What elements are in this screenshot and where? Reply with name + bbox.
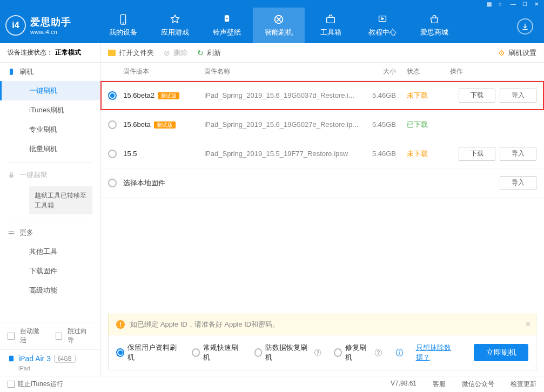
nav-tools[interactable]: 工具箱 xyxy=(305,8,357,43)
status-text: 未下载 xyxy=(407,91,450,100)
nav-label: 我的设备 xyxy=(109,28,137,37)
close-icon[interactable]: × xyxy=(526,320,530,329)
size-text: 5.45GB xyxy=(358,120,407,129)
firmware-row[interactable]: 选择本地固件 导入 xyxy=(100,168,544,198)
notice-bar: ! 如已绑定 Apple ID，请准备好 Apple ID和密码。 × xyxy=(108,314,536,335)
open-label: 打开文件夹 xyxy=(119,48,154,58)
wechat-link[interactable]: 微信公众号 xyxy=(462,380,494,389)
sidebar-group-jailbreak: 一键越狱 xyxy=(0,166,100,184)
col-name: 固件名称 xyxy=(204,67,358,76)
refresh-button[interactable]: ↻ 刷新 xyxy=(197,48,221,58)
flash-mode-option[interactable]: 防数据恢复刷机? xyxy=(254,343,321,362)
logo-icon: i4 xyxy=(5,15,26,36)
sidebar-item[interactable]: 专业刷机 xyxy=(0,120,100,139)
version-text: 15.6beta2 xyxy=(123,91,155,99)
radio-icon[interactable] xyxy=(108,150,117,158)
sidebar-group-flash[interactable]: 刷机 xyxy=(0,63,100,81)
device-icon xyxy=(117,13,129,25)
logo-subtitle: www.i4.cn xyxy=(30,29,71,35)
version-text: 15.5 xyxy=(123,150,137,158)
download-button[interactable]: 下载 xyxy=(459,147,495,161)
device-capacity-badge: 64GB xyxy=(54,355,76,363)
download-icon[interactable] xyxy=(517,18,533,35)
flash-mode-option[interactable]: 常规快速刷机 xyxy=(192,343,241,362)
radio-icon[interactable] xyxy=(108,179,117,187)
connection-status: 设备连接状态： 正常模式 xyxy=(0,43,100,63)
logo-title: 爱思助手 xyxy=(30,16,71,29)
radio-icon[interactable] xyxy=(116,348,124,357)
delete-label: 删除 xyxy=(173,48,187,58)
checkbox-icon[interactable] xyxy=(8,381,15,388)
flash-settings-button[interactable]: ⚙ 刷机设置 xyxy=(498,48,536,58)
window-titlebar: ▦ ≡ — ☐ ✕ xyxy=(0,0,544,8)
checkbox-icon[interactable] xyxy=(8,333,15,340)
nav-label: 智能刷机 xyxy=(265,28,293,37)
block-itunes-checkbox[interactable]: 阻止iTunes运行 xyxy=(8,380,63,389)
firmware-name: iPad_Spring_2019_15.5_19F77_Restore.ipsw xyxy=(204,150,358,158)
toolbar: 打开文件夹 ⊘ 删除 ↻ 刷新 ⚙ 刷机设置 xyxy=(100,43,544,63)
firmware-row[interactable]: 15.5 iPad_Spring_2019_15.5_19F77_Restore… xyxy=(100,139,544,168)
device-info[interactable]: iPad Air 3 64GB iPad xyxy=(0,349,100,376)
svg-rect-9 xyxy=(9,233,15,234)
minimize-icon[interactable]: — xyxy=(511,1,516,6)
flash-mode-option[interactable]: 修复刷机? xyxy=(334,343,381,362)
radio-icon[interactable] xyxy=(334,348,342,357)
nav-label: 应用游戏 xyxy=(161,28,189,37)
sidebar-item[interactable]: 其他工具 xyxy=(0,242,100,261)
help-icon[interactable]: ? xyxy=(375,349,382,356)
import-button[interactable]: 导入 xyxy=(500,89,536,103)
radio-icon[interactable] xyxy=(108,120,117,129)
divider xyxy=(8,220,92,220)
nav-tutorial[interactable]: 教程中心 xyxy=(357,8,408,43)
nav-label: 教程中心 xyxy=(368,28,397,37)
support-link[interactable]: 客服 xyxy=(433,380,446,389)
notice-text: 如已绑定 Apple ID，请准备好 Apple ID和密码。 xyxy=(130,320,279,329)
version-label: V7.98.61 xyxy=(391,380,417,389)
sidebar-group-more[interactable]: 更多 xyxy=(0,224,100,242)
size-text: 5.46GB xyxy=(358,150,407,158)
mode-label: 防数据恢复刷机 xyxy=(265,343,310,362)
import-button[interactable]: 导入 xyxy=(500,147,536,161)
sidebar-item[interactable]: 高级功能 xyxy=(0,281,100,300)
auto-activate-row[interactable]: 自动激活 跳过向导 xyxy=(0,322,100,349)
flash-mode-option[interactable]: 保留用户资料刷机 xyxy=(116,343,179,362)
sidebar-item[interactable]: 下载固件 xyxy=(0,261,100,281)
sidebar-item[interactable]: 一键刷机 xyxy=(0,81,100,100)
mode-label: 修复刷机 xyxy=(345,343,371,362)
main-nav: 我的设备应用游戏铃声壁纸智能刷机工具箱教程中心爱思商城 xyxy=(97,8,460,43)
check-update-link[interactable]: 检查更新 xyxy=(511,380,536,389)
nav-flash[interactable]: 智能刷机 xyxy=(253,8,305,43)
radio-icon[interactable] xyxy=(108,91,117,100)
import-button[interactable]: 导入 xyxy=(500,176,536,190)
version-text: 15.6beta xyxy=(123,120,151,129)
grid-icon[interactable]: ▦ xyxy=(487,1,492,6)
app-header: i4 爱思助手 www.i4.cn 我的设备应用游戏铃声壁纸智能刷机工具箱教程中… xyxy=(0,8,544,43)
nav-apps[interactable]: 应用游戏 xyxy=(149,8,201,43)
svg-rect-4 xyxy=(327,17,335,23)
erase-data-link[interactable]: 只想抹除数据？ xyxy=(416,343,461,362)
radio-icon[interactable] xyxy=(254,348,263,357)
info-icon[interactable]: i xyxy=(396,349,403,356)
sidebar-item[interactable]: 批量刷机 xyxy=(0,139,100,159)
firmware-row[interactable]: 15.6beta2测试版 iPad_Spring_2019_15.6_19G50… xyxy=(100,81,544,110)
svg-rect-6 xyxy=(10,69,13,75)
close-icon[interactable]: ✕ xyxy=(534,1,540,6)
open-folder-button[interactable]: 打开文件夹 xyxy=(108,48,154,58)
radio-icon[interactable] xyxy=(192,348,200,357)
beta-badge: 测试版 xyxy=(158,92,179,99)
delete-button[interactable]: ⊘ 删除 xyxy=(164,48,187,58)
menu-icon[interactable]: ≡ xyxy=(499,1,504,6)
device-name-label: iPad Air 3 xyxy=(18,354,51,363)
status-text: 未下载 xyxy=(407,149,450,159)
checkbox-icon[interactable] xyxy=(56,333,63,340)
sidebar-item[interactable]: iTunes刷机 xyxy=(0,100,100,120)
maximize-icon[interactable]: ☐ xyxy=(522,1,528,6)
size-text: 5.46GB xyxy=(358,91,407,99)
download-button[interactable]: 下载 xyxy=(459,89,495,103)
nav-ring[interactable]: 铃声壁纸 xyxy=(201,8,253,43)
flash-now-button[interactable]: 立即刷机 xyxy=(474,344,528,361)
help-icon[interactable]: ? xyxy=(314,349,321,356)
nav-store[interactable]: 爱思商城 xyxy=(408,8,460,43)
nav-device[interactable]: 我的设备 xyxy=(97,8,149,43)
firmware-row[interactable]: 15.6beta测试版 iPad_Spring_2019_15.6_19G502… xyxy=(100,110,544,139)
